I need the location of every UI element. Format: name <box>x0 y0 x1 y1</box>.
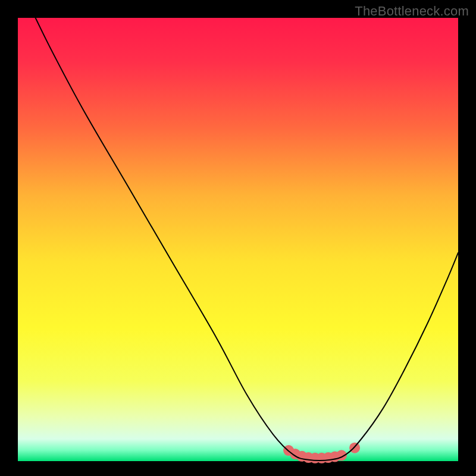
highlight-marker <box>349 443 360 453</box>
bottleneck-chart <box>0 0 476 476</box>
chart-root: TheBottleneck.com <box>0 0 476 476</box>
watermark-text: TheBottleneck.com <box>355 4 469 19</box>
plot-area <box>18 18 458 461</box>
